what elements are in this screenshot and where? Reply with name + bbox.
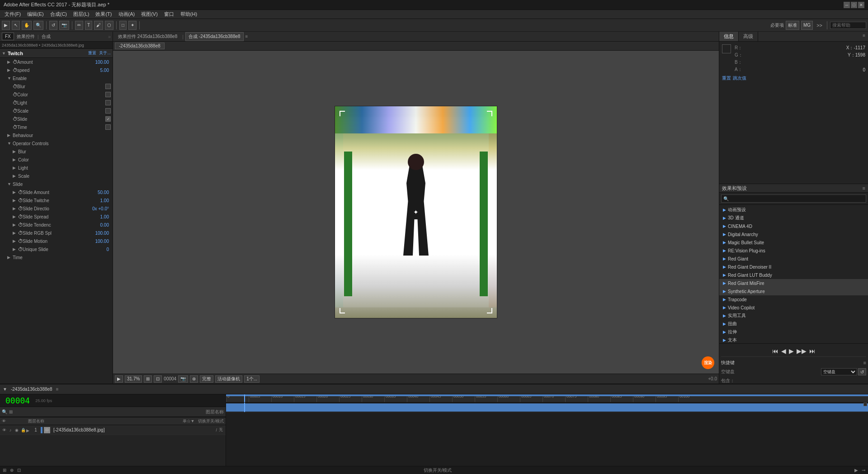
status-icon-1[interactable]: ⊞ bbox=[3, 468, 6, 473]
maximize-button[interactable]: □ bbox=[851, 2, 857, 8]
prop-light-enable[interactable]: ⏱ Light bbox=[0, 99, 113, 107]
toolbar-text[interactable]: T bbox=[85, 21, 92, 30]
visibility-toggle-1[interactable]: 👁 bbox=[1, 428, 7, 432]
toolbar-play-btn[interactable]: ▶ bbox=[2, 21, 10, 30]
prop-unique-slide[interactable]: ▶ ⏱ Unique Slide 0 bbox=[0, 245, 113, 253]
zoom-btn[interactable]: 31.7% bbox=[125, 375, 142, 383]
slide-spread-value[interactable]: 1.00 bbox=[100, 214, 111, 219]
skip-forward-button[interactable]: ⏭ bbox=[809, 347, 816, 355]
menu-view[interactable]: 视图(V) bbox=[138, 10, 160, 19]
ep-menu[interactable]: ≡ bbox=[863, 185, 865, 191]
reset-button[interactable]: 重置 bbox=[88, 50, 96, 56]
prop-time-enable[interactable]: ⏱ Time bbox=[0, 123, 113, 131]
slide-tendenc-value[interactable]: 0.00 bbox=[100, 223, 111, 228]
skip-back-button[interactable]: ⏮ bbox=[772, 347, 778, 355]
slide-amount-value[interactable]: 50.00 bbox=[98, 190, 111, 195]
toolbar-zoom[interactable]: 🔍 bbox=[33, 21, 43, 30]
amount-value[interactable]: 100.00 bbox=[95, 60, 111, 65]
status-icon-3[interactable]: ⊡ bbox=[17, 468, 21, 473]
prop-enable[interactable]: ▼ Enable bbox=[0, 74, 113, 82]
prop-behaviour[interactable]: ▶ Behaviour bbox=[0, 131, 113, 139]
quality-btn[interactable]: 完整 bbox=[200, 375, 213, 383]
toolbar-camera[interactable]: 📷 bbox=[59, 21, 69, 30]
toolbar-hand[interactable]: ✋ bbox=[22, 21, 32, 30]
slide-checkbox[interactable] bbox=[105, 116, 111, 122]
ep-distort[interactable]: ▶ 扭曲 bbox=[719, 320, 868, 328]
viewer-tab-effects[interactable]: 效果控件 2435da136cb388e8 bbox=[115, 32, 180, 41]
layer-search-btn[interactable]: 🔍 bbox=[2, 409, 7, 414]
op-blur[interactable]: ▶ Blur bbox=[0, 147, 113, 156]
effects-search-input[interactable] bbox=[721, 194, 866, 203]
prop-slide-group[interactable]: ▼ Slide bbox=[0, 180, 113, 188]
composition-panel-tab[interactable]: 合成 bbox=[40, 33, 52, 40]
ep-video-copilot[interactable]: ▶ Video Copilot bbox=[719, 303, 868, 312]
track-bar-1[interactable] bbox=[226, 403, 868, 412]
prop-speed[interactable]: ▶ ⏱ speed 5.00 bbox=[0, 66, 113, 74]
close-button[interactable]: ✕ bbox=[858, 2, 864, 8]
audio-toggle-1[interactable]: ♪ bbox=[7, 428, 14, 432]
camera-btn[interactable]: 活动摄像机 bbox=[215, 375, 242, 383]
comp-name-tab[interactable]: -2435da136cb388e8 bbox=[115, 43, 165, 49]
prop-scale-enable[interactable]: ⏱ Scale bbox=[0, 107, 113, 115]
lock-toggle-1[interactable]: 🔒 bbox=[20, 428, 26, 432]
prop-slide-tendenc[interactable]: ▶ ⏱ Slide Tendenc 0.00 bbox=[0, 221, 113, 229]
toolbar-expand[interactable]: >> bbox=[816, 23, 822, 28]
toggle-btn[interactable]: ⊡ bbox=[154, 375, 162, 383]
toolbar-pen[interactable]: ✏ bbox=[75, 21, 83, 30]
toolbar-select[interactable]: ↖ bbox=[12, 21, 20, 30]
status-playback-icon[interactable]: ▶ bbox=[854, 468, 858, 473]
ep-utility[interactable]: ▶ 实用工具 bbox=[719, 312, 868, 320]
minimize-button[interactable]: ─ bbox=[844, 2, 850, 8]
timeline-expand[interactable]: ▼ bbox=[3, 387, 7, 392]
menu-file[interactable]: 文件(F) bbox=[2, 10, 24, 19]
layer-name-1[interactable]: [-2435da136cb388e8.jpg] bbox=[52, 427, 216, 432]
effect-panel-tab[interactable]: 效果控件 bbox=[15, 33, 37, 40]
toolbar-star[interactable]: ✦ bbox=[128, 21, 137, 30]
viewer-tab-comp[interactable]: 合成 -2435da136cb388e8 bbox=[185, 32, 244, 41]
search-input[interactable] bbox=[830, 22, 866, 29]
toolbar-shape[interactable]: □ bbox=[119, 21, 127, 30]
menu-window[interactable]: 窗口 bbox=[161, 10, 177, 19]
slide-motion-value[interactable]: 100.00 bbox=[95, 239, 111, 244]
op-color[interactable]: ▶ Color bbox=[0, 156, 113, 164]
ep-digital-anarchy[interactable]: ▶ Digital Anarchy bbox=[719, 230, 868, 238]
channels-btn[interactable]: 1个... bbox=[244, 375, 259, 383]
ep-red-giant-lut[interactable]: ▶ Red Giant LUT Buddy bbox=[719, 271, 868, 279]
light-checkbox[interactable] bbox=[105, 100, 111, 105]
about-button[interactable]: 关于... bbox=[99, 50, 111, 56]
prop-amount[interactable]: ▶ ⏱ Amount 100.00 bbox=[0, 58, 113, 66]
ep-red-giant-denoiser[interactable]: ▶ Red Giant Denoiser II bbox=[719, 263, 868, 271]
menu-layer[interactable]: 图层(L) bbox=[71, 10, 92, 19]
toolbar-rotation[interactable]: ↺ bbox=[49, 21, 57, 30]
unique-slide-value[interactable]: 0 bbox=[106, 247, 111, 252]
ep-red-giant-misfire[interactable]: ▶ Red Giant MisFire bbox=[719, 279, 868, 287]
tab-info[interactable]: 信息 bbox=[719, 32, 739, 41]
expand-layer-1[interactable]: ▶ bbox=[26, 427, 33, 433]
prop-slide-enable[interactable]: ⏱ Slide bbox=[0, 115, 113, 123]
toolbar-stamp[interactable]: ⬡ bbox=[105, 21, 113, 30]
tab-advanced[interactable]: 高级 bbox=[739, 32, 758, 41]
panel-menu-icon[interactable]: ≡ bbox=[860, 32, 868, 41]
play-button[interactable]: ▶ bbox=[789, 347, 794, 355]
slide-twitche-value[interactable]: 1.00 bbox=[100, 198, 111, 203]
grid-btn[interactable]: ⊞ bbox=[144, 375, 152, 383]
scale-checkbox[interactable] bbox=[105, 108, 111, 114]
menu-animation[interactable]: 动画(A) bbox=[116, 10, 138, 19]
prop-blur-enable[interactable]: ⏱ Blur bbox=[0, 82, 113, 90]
time-checkbox[interactable] bbox=[105, 124, 111, 130]
blur-checkbox[interactable] bbox=[105, 84, 111, 89]
menu-edit[interactable]: 编辑(E) bbox=[24, 10, 47, 19]
always-preview-btn[interactable]: ▶ bbox=[115, 375, 123, 383]
ep-text[interactable]: ▶ 文本 bbox=[719, 336, 868, 343]
reset-action[interactable]: 重置 bbox=[722, 75, 731, 81]
ep-red-giant[interactable]: ▶ Red Giant bbox=[719, 255, 868, 263]
prop-slide-directio[interactable]: ▶ ⏱ Slide Directio 0x +0.0° bbox=[0, 204, 113, 213]
op-light[interactable]: ▶ Light bbox=[0, 164, 113, 172]
menu-effects[interactable]: 效果(T) bbox=[93, 10, 114, 19]
workspace-standard[interactable]: 标准 bbox=[786, 21, 799, 30]
prop-slide-motion[interactable]: ▶ ⏱ Slide Motion 100.00 bbox=[0, 237, 113, 245]
menu-compose[interactable]: 合成(C) bbox=[47, 10, 70, 19]
prop-slide-spread[interactable]: ▶ ⏱ Slide Spread 1.00 bbox=[0, 213, 113, 221]
op-scale[interactable]: ▶ Scale bbox=[0, 172, 113, 180]
menu-help[interactable]: 帮助(H) bbox=[178, 10, 200, 19]
